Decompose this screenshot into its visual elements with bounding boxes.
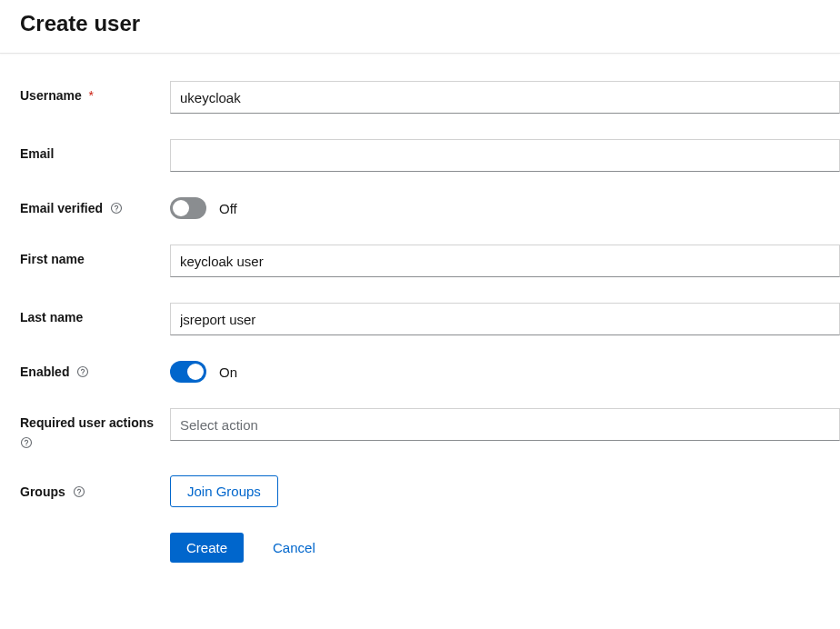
email-verified-toggle[interactable]: [170, 197, 206, 219]
row-required-actions: Required user actions Select action: [20, 408, 840, 450]
label-email-verified: Email verified: [20, 197, 170, 215]
svg-point-7: [78, 494, 79, 494]
svg-point-3: [83, 374, 84, 374]
row-enabled: Enabled On: [20, 361, 840, 383]
cancel-button[interactable]: Cancel: [260, 533, 328, 563]
help-icon[interactable]: [110, 202, 123, 215]
label-last-name: Last name: [20, 303, 170, 324]
help-icon[interactable]: [76, 365, 89, 378]
row-last-name: Last name: [20, 303, 840, 335]
page-title: Create user: [20, 11, 820, 36]
row-email-verified: Email verified Off: [20, 197, 840, 219]
username-input[interactable]: [170, 81, 840, 114]
label-enabled: Enabled: [20, 361, 170, 379]
form-actions: Create Cancel: [20, 533, 840, 563]
required-actions-select[interactable]: Select action: [170, 408, 840, 441]
label-email: Email: [20, 139, 170, 161]
enabled-toggle[interactable]: [170, 361, 206, 383]
svg-point-1: [115, 210, 116, 211]
row-email: Email: [20, 139, 840, 172]
email-input[interactable]: [170, 139, 840, 172]
help-icon[interactable]: [20, 436, 33, 449]
row-username: Username *: [20, 81, 840, 114]
help-icon[interactable]: [73, 485, 85, 498]
row-groups: Groups Join Groups: [20, 475, 840, 507]
create-user-form: Username * Email Email verified Off: [0, 54, 840, 590]
create-button[interactable]: Create: [170, 533, 244, 563]
enabled-state: On: [219, 364, 237, 380]
svg-point-5: [25, 444, 26, 445]
label-groups: Groups: [20, 475, 170, 499]
svg-point-2: [78, 366, 88, 376]
required-marker: *: [89, 88, 94, 103]
label-username: Username *: [20, 81, 170, 103]
join-groups-button[interactable]: Join Groups: [170, 475, 278, 507]
last-name-input[interactable]: [170, 303, 840, 335]
email-verified-state: Off: [219, 201, 237, 216]
label-required-actions: Required user actions: [20, 408, 170, 450]
svg-point-6: [74, 486, 84, 496]
page-header: Create user: [0, 0, 840, 54]
svg-point-0: [111, 203, 121, 213]
label-first-name: First name: [20, 245, 170, 266]
svg-point-4: [21, 437, 31, 447]
first-name-input[interactable]: [170, 245, 840, 277]
row-first-name: First name: [20, 245, 840, 277]
